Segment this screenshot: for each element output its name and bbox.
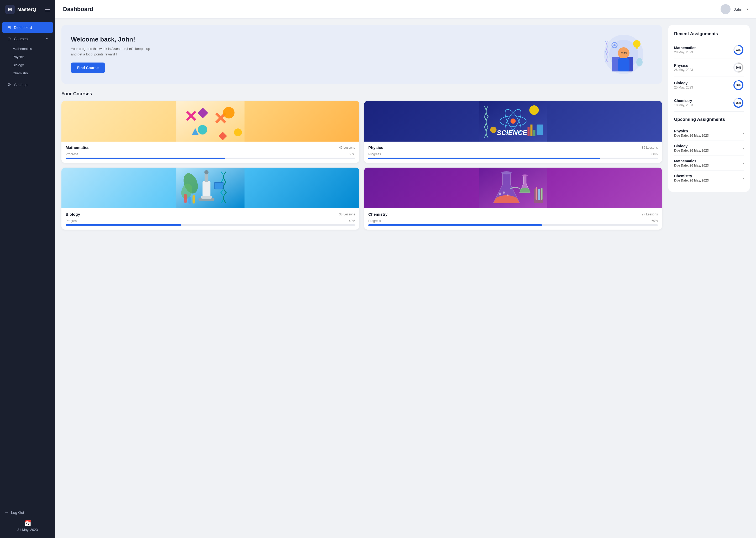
upcoming-due-1: Due Date: 26 May, 2023 xyxy=(674,149,709,152)
circle-pct-0: 73% xyxy=(736,49,741,51)
upcoming-item-physics[interactable]: Physics Due Date: 26 May, 2023 › xyxy=(674,126,744,141)
sidebar-item-dashboard[interactable]: ⊞ Dashboard xyxy=(2,22,53,33)
svg-text:◆: ◆ xyxy=(218,130,227,141)
page-title: Dashboard xyxy=(63,6,93,13)
progress-bar-fill-biology xyxy=(66,224,181,226)
hamburger-button[interactable] xyxy=(45,8,50,11)
sidebar-item-courses[interactable]: ⊙ Courses ▾ xyxy=(2,33,53,44)
sidebar-item-mathematics[interactable]: Mathematics xyxy=(0,45,55,53)
svg-rect-54 xyxy=(541,188,543,200)
course-info-physics: Physics 39 Lessons Progress 80% xyxy=(364,141,662,163)
svg-rect-32 xyxy=(528,127,530,136)
svg-text:✕: ✕ xyxy=(184,108,197,125)
header: Dashboard John ▾ xyxy=(55,0,756,19)
svg-text:◆: ◆ xyxy=(197,105,208,120)
course-card-chemistry[interactable]: Chemistry 27 Lessons Progress 60% xyxy=(364,168,662,230)
svg-point-57 xyxy=(503,191,505,193)
circle-progress-3: 75% xyxy=(733,97,744,108)
upcoming-due-3: Due Date: 26 May, 2023 xyxy=(674,179,709,182)
logout-icon: ↩ xyxy=(5,511,8,514)
welcome-subtitle: Your progress this week is Awesome,Let's… xyxy=(71,46,155,57)
sidebar-courses-label: Courses xyxy=(14,37,27,41)
svg-point-38 xyxy=(205,170,209,175)
sidebar-item-biology[interactable]: Biology xyxy=(0,61,55,69)
logo-symbol: M xyxy=(8,7,12,12)
progress-pct-mathematics: 55% xyxy=(349,152,355,156)
assignment-date-2: 25 May, 2023 xyxy=(674,86,693,89)
upcoming-item-chemistry[interactable]: Chemistry Due Date: 26 May, 2023 › xyxy=(674,171,744,186)
sidebar-item-physics[interactable]: Physics xyxy=(0,53,55,61)
find-course-button[interactable]: Find Course xyxy=(71,63,105,73)
course-lessons-chemistry: 27 Lessons xyxy=(642,213,658,216)
upcoming-item-mathematics[interactable]: Mathematics Due Date: 26 May, 2023 › xyxy=(674,156,744,171)
progress-bar-bg-mathematics xyxy=(66,158,355,159)
course-lessons-mathematics: 45 Lessons xyxy=(339,146,355,149)
svg-rect-33 xyxy=(531,125,533,136)
course-name-biology: Biology xyxy=(66,212,80,216)
assignment-name-2: Biology xyxy=(674,81,693,85)
header-right: John ▾ xyxy=(721,4,748,14)
progress-bar-bg-biology xyxy=(66,224,355,226)
svg-rect-40 xyxy=(201,196,212,198)
circle-progress-0: 73% xyxy=(733,44,744,55)
progress-label-biology: Progress xyxy=(66,219,78,223)
course-lessons-biology: 38 Lessons xyxy=(339,213,355,216)
current-date: 31 May, 2023 xyxy=(5,528,50,532)
course-name-mathematics: Mathematics xyxy=(66,145,89,150)
welcome-banner: Welcome back, John! Your progress this w… xyxy=(62,25,662,84)
left-content: Welcome back, John! Your progress this w… xyxy=(62,25,668,532)
assignment-name-1: Physics xyxy=(674,63,693,68)
logout-button[interactable]: ↩ Log Out xyxy=(5,508,50,517)
course-card-physics[interactable]: SCIENCE xyxy=(364,101,662,163)
main-content: Dashboard John ▾ Welcome back, John! You… xyxy=(55,0,756,538)
sidebar-logo: M MasterQ xyxy=(0,0,55,19)
progress-bar-fill-physics xyxy=(368,158,600,159)
circle-progress-2: 90% xyxy=(733,80,744,91)
course-image-chemistry xyxy=(364,168,662,208)
chevron-down-icon: ▾ xyxy=(46,37,48,40)
arrow-icon-0: › xyxy=(743,131,744,135)
nav-section: ⊞ Dashboard ⊙ Courses ▾ Mathematics Phys… xyxy=(0,19,55,504)
course-lessons-physics: 39 Lessons xyxy=(642,146,658,149)
upcoming-due-2: Due Date: 26 May, 2023 xyxy=(674,164,709,167)
svg-point-56 xyxy=(507,194,509,196)
sidebar-item-settings[interactable]: ⚙ Settings xyxy=(2,79,53,90)
svg-text:SCIENCE: SCIENCE xyxy=(497,129,527,136)
course-info-mathematics: Mathematics 45 Lessons Progress 55% xyxy=(62,141,359,163)
svg-point-24 xyxy=(510,119,516,124)
progress-bar-bg-physics xyxy=(368,158,658,159)
svg-point-9 xyxy=(633,40,640,48)
svg-rect-31 xyxy=(537,125,543,135)
progress-pct-chemistry: 60% xyxy=(651,219,658,223)
course-image-mathematics: ✕ ◆ ✕ ▲ ◆ xyxy=(62,101,359,141)
progress-label-physics: Progress xyxy=(368,152,381,156)
course-card-mathematics[interactable]: ✕ ◆ ✕ ▲ ◆ Mathematics 4 xyxy=(62,101,359,163)
username: John xyxy=(734,7,742,12)
welcome-text: Welcome back, John! Your progress this w… xyxy=(71,36,595,73)
svg-point-12 xyxy=(613,44,616,46)
sidebar-settings-label: Settings xyxy=(14,83,27,87)
course-card-biology[interactable]: Biology 38 Lessons Progress 40% xyxy=(62,168,359,230)
course-image-physics: SCIENCE xyxy=(364,101,662,141)
course-info-biology: Biology 38 Lessons Progress 40% xyxy=(62,208,359,230)
courses-grid: ✕ ◆ ✕ ▲ ◆ Mathematics 4 xyxy=(62,101,662,230)
arrow-icon-1: › xyxy=(743,146,744,150)
upcoming-name-3: Chemistry xyxy=(674,174,709,178)
arrow-icon-2: › xyxy=(743,161,744,165)
svg-point-20 xyxy=(198,125,208,134)
svg-rect-45 xyxy=(193,195,195,204)
course-image-biology xyxy=(62,168,359,208)
progress-bar-fill-mathematics xyxy=(66,158,225,159)
svg-rect-47 xyxy=(215,183,223,188)
circle-pct-3: 75% xyxy=(736,101,741,104)
svg-point-18 xyxy=(223,107,235,119)
right-panel: Recent Assignments Mathematics 28 May, 2… xyxy=(668,25,750,192)
sidebar-item-chemistry[interactable]: Chemistry xyxy=(0,69,55,77)
user-menu-chevron[interactable]: ▾ xyxy=(746,7,748,11)
date-section: 📅 31 May, 2023 xyxy=(5,517,50,533)
sidebar-bottom: ↩ Log Out 📅 31 May, 2023 xyxy=(0,504,55,538)
upcoming-item-biology[interactable]: Biology Due Date: 26 May, 2023 › xyxy=(674,141,744,156)
svg-point-55 xyxy=(499,192,501,195)
svg-rect-34 xyxy=(533,130,536,136)
svg-point-49 xyxy=(501,171,512,175)
